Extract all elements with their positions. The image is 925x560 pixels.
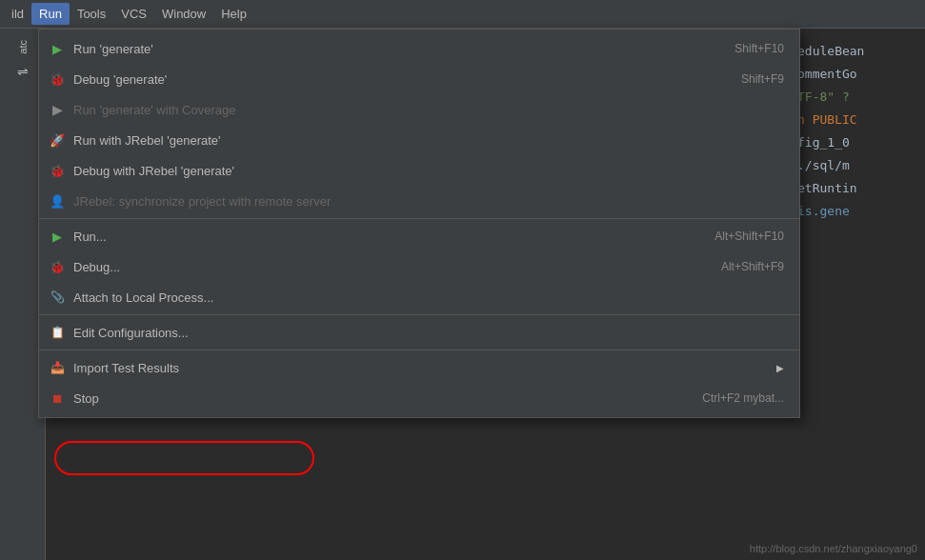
menu-label-attach: Attach to Local Process...: [73, 290, 784, 305]
sidebar-adjust-icon[interactable]: ⇌: [13, 62, 32, 81]
separator-2: [39, 314, 799, 315]
menubar-item-tools[interactable]: Tools: [70, 3, 113, 25]
edit-config-icon: [47, 322, 68, 343]
menu-item-edit-config[interactable]: Edit Configurations...: [39, 317, 799, 348]
debug-dots-icon: [47, 256, 68, 277]
shortcut-run-dots: Alt+Shift+F10: [714, 230, 784, 243]
play-icon: [47, 38, 68, 59]
menu-label-run-dots: Run...: [73, 230, 676, 244]
menu-item-run-coverage: ▶ Run 'generate' with Coverage: [39, 94, 799, 125]
code-line-1: eduleBean: [797, 40, 919, 63]
separator-3: [39, 350, 799, 350]
stop-icon: [47, 388, 68, 409]
shortcut-debug-dots: Alt+Shift+F9: [721, 260, 784, 273]
shortcut-run-generate: Shift+F10: [734, 42, 784, 55]
jrebel-run-icon: [47, 130, 68, 150]
menu-label-import-test: Import Test Results: [73, 361, 769, 375]
code-line-4: n PUBLIC: [797, 109, 919, 131]
menu-item-debug-generate[interactable]: Debug 'generate' Shift+F9: [39, 64, 799, 94]
menu-item-run-jrebel[interactable]: Run with JRebel 'generate': [39, 125, 799, 155]
code-line-2: ommentGo: [797, 63, 919, 86]
menu-label-stop: Stop: [73, 391, 664, 406]
edit-config-highlight: [54, 441, 314, 475]
sidebar-label: atc: [17, 36, 29, 58]
menubar: ild Run Tools VCS Window Help: [0, 0, 925, 29]
code-line-7: etRuntin: [797, 177, 919, 200]
menu-item-jrebel-sync: JRebel: synchronize project with remote …: [39, 186, 799, 216]
code-line-5: fig_1_0: [797, 131, 919, 154]
run-menu: Run 'generate' Shift+F10 Debug 'generate…: [38, 29, 800, 418]
menubar-item-build[interactable]: ild: [4, 3, 31, 25]
menu-item-debug-jrebel[interactable]: Debug with JRebel 'generate': [39, 155, 799, 186]
shortcut-stop: Ctrl+F2 mybat...: [702, 391, 784, 405]
menu-label-run-generate: Run 'generate': [73, 42, 696, 56]
menu-label-debug-generate: Debug 'generate': [73, 72, 703, 87]
code-area: eduleBean ommentGo TF-8" ? n PUBLIC fig_…: [792, 29, 925, 234]
coverage-icon: ▶: [47, 99, 68, 120]
separator-1: [39, 218, 799, 219]
code-line-6: ./sql/m: [797, 154, 919, 177]
menu-label-run-coverage: Run 'generate' with Coverage: [73, 103, 784, 117]
watermark: http://blog.csdn.net/zhangxiaoyang0: [750, 543, 917, 554]
menubar-item-vcs[interactable]: VCS: [113, 3, 154, 25]
menu-label-debug-jrebel: Debug with JRebel 'generate': [73, 164, 784, 178]
menu-item-debug-dots[interactable]: Debug... Alt+Shift+F9: [39, 251, 799, 282]
dropdown-overlay: Run 'generate' Shift+F10 Debug 'generate…: [0, 29, 925, 560]
menu-label-edit-config: Edit Configurations...: [73, 326, 784, 340]
debug-icon: [47, 69, 68, 90]
menu-item-attach[interactable]: Attach to Local Process...: [39, 282, 799, 312]
menu-item-run-generate[interactable]: Run 'generate' Shift+F10: [39, 33, 799, 64]
menu-label-run-jrebel: Run with JRebel 'generate': [73, 133, 784, 148]
menubar-item-run[interactable]: Run: [31, 3, 70, 25]
menubar-item-window[interactable]: Window: [154, 3, 213, 25]
menu-item-import-test[interactable]: Import Test Results ▶: [39, 352, 799, 383]
menu-label-jrebel-sync: JRebel: synchronize project with remote …: [73, 194, 784, 209]
code-line-8: is.gene: [797, 200, 919, 223]
menubar-item-help[interactable]: Help: [213, 3, 254, 25]
jrebel-debug-icon: [47, 160, 68, 181]
import-icon: [47, 357, 68, 378]
arrow-icon: ▶: [776, 363, 784, 373]
menu-item-run-dots[interactable]: Run... Alt+Shift+F10: [39, 221, 799, 251]
jrebel-sync-icon: [47, 190, 68, 211]
code-line-3: TF-8" ?: [797, 86, 919, 109]
run-dots-icon: [47, 226, 68, 247]
attach-icon: [47, 287, 68, 308]
menu-label-debug-dots: Debug...: [73, 260, 683, 274]
menu-item-stop[interactable]: Stop Ctrl+F2 mybat...: [39, 383, 799, 413]
shortcut-debug-generate: Shift+F9: [741, 72, 784, 86]
